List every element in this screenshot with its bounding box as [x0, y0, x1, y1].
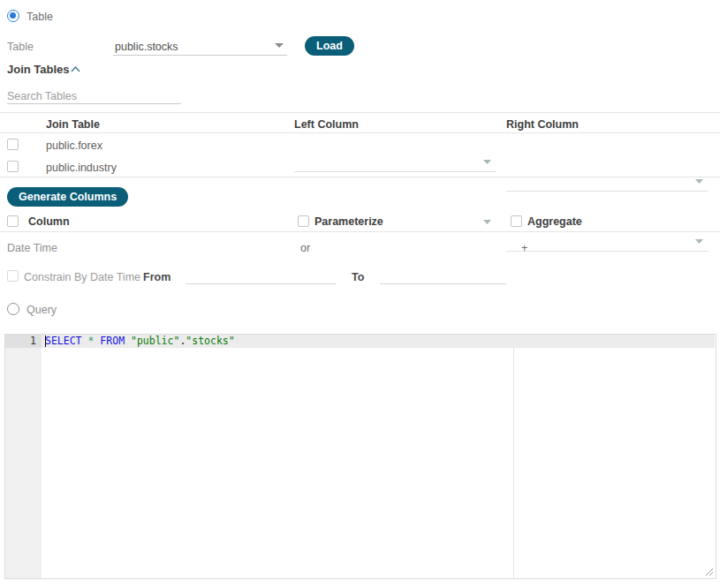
sql-token: "public" [131, 335, 179, 347]
chevron-down-icon [695, 179, 703, 185]
sql-token: SELECT [45, 335, 82, 347]
aggregate-checkbox[interactable] [511, 215, 522, 227]
aggregate-checkbox-label: Aggregate [527, 215, 582, 228]
right-column-select[interactable] [506, 232, 709, 252]
left-column-header: Left Column [294, 118, 359, 131]
date-time-label: Date Time [7, 242, 57, 254]
sql-token: "stocks" [186, 335, 234, 347]
chevron-down-icon [483, 220, 491, 225]
join-row-checkbox[interactable] [7, 139, 19, 150]
table-mode-radio[interactable] [7, 10, 19, 22]
join-tables-header: Join Tables [7, 63, 70, 76]
table-select-value: public.stocks [113, 41, 178, 53]
parameterize-checkbox[interactable] [298, 215, 309, 227]
data-source-settings-panel: Table Table public.stocks Load Join Tabl… [0, 0, 720, 588]
parameterize-checkbox-label: Parameterize [315, 215, 383, 228]
constrain-by-date-time-label: Constrain By Date Time [24, 271, 140, 283]
divider [0, 177, 720, 177]
table-mode-radio-label: Table [27, 11, 53, 23]
constrain-by-date-time-checkbox[interactable] [7, 270, 19, 282]
text-cursor [45, 335, 46, 347]
sql-token: FROM [100, 335, 125, 347]
query-mode-radio-label: Query [27, 304, 57, 316]
column-checkbox[interactable] [7, 215, 19, 227]
left-column-select[interactable] [294, 153, 496, 172]
chevron-up-icon[interactable] [71, 66, 80, 72]
or-label: or [300, 242, 310, 254]
join-table-name: public.forex [46, 139, 102, 152]
table-select[interactable]: public.stocks [113, 38, 287, 56]
to-input[interactable] [380, 268, 506, 284]
resize-handle-icon[interactable] [702, 565, 714, 577]
load-button[interactable]: Load [305, 36, 354, 56]
join-row-checkbox[interactable] [7, 161, 19, 172]
divider [0, 132, 720, 133]
search-tables-input[interactable] [7, 88, 181, 104]
line-number: 1 [5, 335, 36, 348]
right-column-header: Right Column [506, 118, 579, 131]
print-margin-line [513, 335, 514, 578]
join-table-name: public.industry [46, 162, 117, 174]
sql-token [125, 335, 131, 347]
table-field-label: Table [7, 41, 34, 53]
sql-code-line[interactable]: SELECT * FROM "public"."stocks" [45, 335, 235, 348]
sql-editor[interactable]: 1 SELECT * FROM "public"."stocks" [4, 334, 716, 579]
from-label: From [143, 271, 171, 283]
right-column-select[interactable] [506, 172, 709, 192]
column-checkbox-label: Column [28, 215, 70, 228]
from-input[interactable] [186, 268, 336, 284]
chevron-down-icon [695, 239, 703, 245]
chevron-down-icon [275, 43, 284, 49]
generate-columns-button[interactable]: Generate Columns [7, 187, 128, 207]
table-row: public.forex [0, 18, 720, 57]
join-table-column-header: Join Table [46, 118, 100, 131]
divider [0, 231, 720, 232]
divider [0, 112, 720, 113]
plus-label: + [521, 242, 527, 254]
query-mode-radio[interactable] [7, 303, 19, 315]
to-label: To [352, 271, 364, 283]
editor-gutter: 1 [5, 335, 42, 578]
chevron-down-icon [483, 160, 491, 165]
